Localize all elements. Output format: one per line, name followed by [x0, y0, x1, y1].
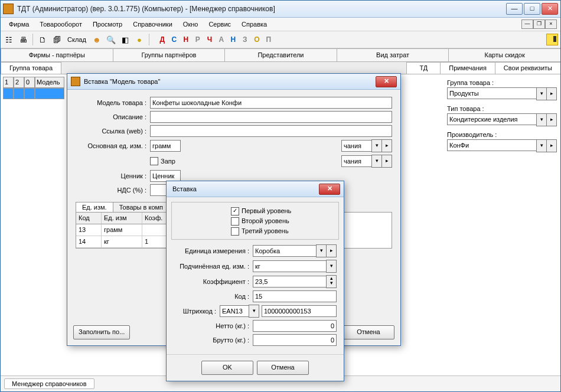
menu-window[interactable]: Окно	[178, 19, 203, 29]
rp-group-go[interactable]: ▸	[546, 87, 557, 100]
tab-partner-groups[interactable]: Группы партнёров	[113, 48, 226, 61]
dlg2-barcode-dd[interactable]: ▾	[249, 305, 259, 318]
dlg2-unit-input[interactable]: Коробка	[253, 245, 317, 257]
rp-type-input[interactable]: Кондитерские изделия	[447, 113, 537, 125]
dlg2-brutto-input[interactable]: 0	[253, 334, 337, 346]
doc-new-icon[interactable]: 🗋	[37, 34, 48, 45]
dlg1-cancel[interactable]: Отмена	[343, 325, 394, 339]
chk-lvl1[interactable]: ✓	[231, 207, 239, 215]
menu-firma[interactable]: Фирма	[4, 19, 34, 29]
dlg2-unit-go[interactable]: ▸	[326, 244, 337, 257]
letter-n[interactable]: Н	[181, 35, 191, 44]
rp-maker-dd[interactable]: ▾	[536, 139, 547, 152]
pack-dd1[interactable]: ▾	[371, 139, 382, 152]
lg-cell-sel[interactable]	[3, 88, 14, 99]
dlg1-close[interactable]: ✕	[376, 76, 397, 87]
maximize-button[interactable]: □	[524, 3, 540, 15]
pack-suffix2[interactable]: чания	[341, 155, 372, 167]
subtab-components[interactable]: Товары в комп	[113, 202, 169, 212]
letter-s[interactable]: С	[169, 35, 179, 44]
subtab-units[interactable]: Ед. изм.	[76, 202, 113, 212]
menu-help[interactable]: Справка	[237, 19, 272, 29]
close-button[interactable]: ✕	[542, 3, 558, 15]
menu-view[interactable]: Просмотр	[88, 19, 127, 29]
mdi-minimize[interactable]: —	[521, 19, 533, 29]
link-input[interactable]	[150, 125, 392, 137]
coin-icon[interactable]: ●	[133, 34, 145, 45]
dlg2-barcode-input[interactable]: 1000000000153	[262, 305, 337, 317]
tab-notes[interactable]: Примечания	[440, 62, 495, 74]
menu-catalogs[interactable]: Справочники	[128, 19, 177, 29]
dlg2-barcode-type[interactable]: EAN13	[220, 305, 249, 317]
gcol-unit[interactable]: Ед. изм	[102, 213, 142, 224]
tab-expenses[interactable]: Вид затрат	[337, 48, 449, 61]
lg-col-2[interactable]: 2	[14, 77, 24, 88]
rp-type-go[interactable]: ▸	[546, 113, 557, 126]
dlg2-sub-dd[interactable]: ▾	[326, 260, 337, 273]
tab-reps[interactable]: Представители	[224, 48, 337, 61]
rp-group-dd[interactable]: ▾	[536, 87, 547, 100]
menu-turnover[interactable]: Товарооборот	[35, 19, 87, 29]
tab-td[interactable]: ТД	[406, 62, 441, 74]
dlg2-code-input[interactable]: 15	[253, 290, 337, 302]
dlg2-unit-dd[interactable]: ▾	[316, 244, 327, 257]
price-input[interactable]: Ценник	[150, 170, 181, 182]
tab-firms[interactable]: Фирмы - партнёры	[1, 48, 113, 61]
exit-icon[interactable]	[546, 34, 558, 45]
letter-o[interactable]: О	[252, 35, 262, 44]
dlg2-close[interactable]: ✕	[319, 184, 340, 195]
tab-own-details[interactable]: Свои реквизиты	[495, 62, 561, 74]
model-input[interactable]: Конфеты шоколадные Конфи	[150, 97, 392, 109]
letter-d[interactable]: Д	[158, 35, 167, 44]
rp-group-input[interactable]: Продукты	[447, 87, 537, 99]
dlg2-sub-input[interactable]: кг	[253, 260, 327, 272]
mdi-restore[interactable]: ❐	[533, 19, 545, 29]
lg-col-1[interactable]: 1	[3, 77, 14, 88]
rp-type-dd[interactable]: ▾	[536, 113, 547, 126]
dlg2-coef-input[interactable]: 23,5	[253, 276, 327, 288]
toolbar-icon-1[interactable]: ☷	[3, 34, 15, 45]
price-label: Ценник :	[76, 172, 150, 179]
dlg2-ok[interactable]: OK	[201, 361, 253, 375]
pack-go1[interactable]: ▸	[381, 139, 392, 152]
desc-label: Описание :	[76, 113, 150, 120]
doc-copy-icon[interactable]: 🗐	[51, 34, 63, 45]
mdi-close[interactable]: ×	[545, 19, 557, 29]
pack-go2[interactable]: ▸	[381, 155, 392, 168]
rp-maker-input[interactable]: КонФи	[447, 139, 537, 151]
letter-ch[interactable]: Ч	[205, 35, 214, 44]
lg-col-3[interactable]: 0	[24, 77, 35, 88]
vat-label: НДС (%) :	[76, 187, 150, 194]
rp-maker-go[interactable]: ▸	[546, 139, 557, 152]
dlg2-coef-spin[interactable]: ▴▾	[326, 275, 337, 288]
letter-a[interactable]: А	[217, 35, 226, 44]
tab-group[interactable]: Группа товара	[1, 62, 61, 74]
tab-discount-cards[interactable]: Карты скидок	[448, 48, 561, 61]
toolbar-icon-6[interactable]: ◧	[119, 34, 131, 45]
print-icon[interactable]: 🖶	[17, 34, 29, 45]
chk-zapr[interactable]	[150, 157, 158, 165]
menu-service[interactable]: Сервис	[204, 19, 236, 29]
dlg2-cancel[interactable]: Отмена	[257, 361, 309, 375]
letter-n2[interactable]: Н	[229, 35, 238, 44]
letter-p[interactable]: П	[264, 35, 273, 44]
face-icon[interactable]: ☻	[91, 34, 103, 45]
content-area: 1 2 0 Модель т Группа товара : Продукты …	[1, 74, 560, 379]
status-tab[interactable]: Менеджер справочников	[4, 378, 94, 389]
desc-input[interactable]	[150, 111, 392, 123]
pack-suffix1[interactable]: чания	[341, 140, 372, 152]
toolbar-sklad[interactable]: Склад	[65, 36, 89, 43]
minimize-button[interactable]: —	[506, 3, 523, 15]
dlg2-netto-input[interactable]: 0	[253, 320, 337, 332]
search-icon[interactable]: 🔍	[105, 34, 117, 45]
pack-dd2[interactable]: ▾	[371, 155, 382, 168]
fill-by-button[interactable]: Заполнить по...	[73, 325, 130, 339]
chk-lvl3[interactable]	[231, 227, 239, 236]
letter-z[interactable]: З	[240, 35, 250, 44]
letter-r[interactable]: Р	[193, 35, 203, 44]
unit-input[interactable]: грамм	[150, 140, 181, 152]
main-window: ТДТ (Администратор) (вер. 3.0.1.775) (Ко…	[0, 0, 561, 392]
lg-col-model[interactable]: Модель т	[35, 77, 64, 88]
gcol-code[interactable]: Код	[76, 213, 102, 224]
chk-lvl2[interactable]	[231, 217, 239, 226]
